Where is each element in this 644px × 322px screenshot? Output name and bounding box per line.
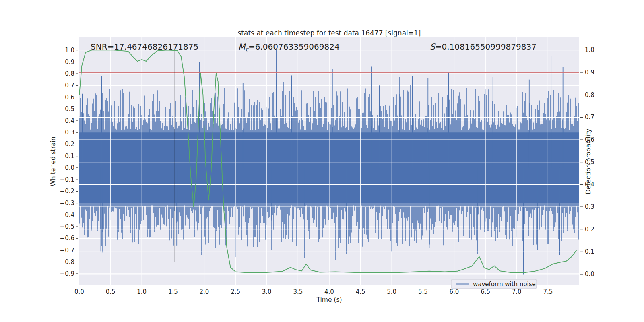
annotation-significance: S=0.10816550999879837 — [430, 42, 537, 52]
annotations: SNR=17.46746826171875Mc=6.06076335906982… — [91, 42, 537, 52]
annotation-label: M — [238, 42, 246, 52]
y-tick-label-left: 0.6 — [65, 94, 74, 101]
y-tick-label-right: 0.7 — [585, 114, 594, 121]
y-tick-label-left: 0.7 — [65, 82, 74, 89]
x-tick-label: 4.5 — [356, 288, 365, 295]
y-tick-label-left: 0.1 — [65, 153, 74, 160]
x-tick-label: 5.5 — [418, 288, 428, 295]
x-tick-label: 1.5 — [168, 288, 178, 295]
x-axis-label: Time (s) — [316, 296, 342, 303]
y-tick-label-left: 0.9 — [65, 58, 74, 66]
x-tick-label: 4.0 — [324, 288, 334, 295]
y-tick-label-right: 1.0 — [585, 46, 594, 54]
y-tick-label-left: 0.4 — [65, 117, 74, 124]
y-tick-label-left: 0.3 — [65, 129, 74, 136]
x-tick-label: 0.5 — [106, 288, 116, 295]
x-tick-label: 7.0 — [512, 288, 522, 295]
y-tick-label-right: 0.2 — [585, 226, 594, 233]
y-tick-label-left: −0.8 — [60, 258, 74, 266]
x-tick-label: 2.5 — [231, 288, 240, 295]
y-tick-label-right: 0.1 — [585, 248, 594, 255]
annotation-value: =17.46746826171875 — [107, 42, 199, 52]
annotation-value: =0.10816550999879837 — [435, 42, 537, 52]
y-tick-label-right: 0.3 — [585, 203, 594, 211]
annotation-snr: SNR=17.46746826171875 — [91, 42, 198, 52]
y-axis-label-right: Detection probability — [585, 129, 592, 194]
annotation-label: SNR — [91, 42, 107, 52]
x-tick-label: 3.5 — [293, 288, 303, 295]
x-tick-label: 3.0 — [262, 288, 272, 295]
y-tick-label-right: 0.8 — [585, 91, 594, 99]
y-tick-label-left: −0.4 — [60, 211, 74, 219]
y-tick-label-left: −0.2 — [60, 188, 74, 195]
x-tick-label: 7.5 — [543, 288, 553, 295]
y-tick-label-left: −0.7 — [60, 247, 74, 254]
legend-label: waveform with noise — [473, 281, 536, 288]
y-tick-label-left: 0.0 — [65, 164, 74, 171]
y-axis-label-left: Whitened strain — [50, 136, 57, 186]
x-tick-label: 6.5 — [481, 288, 490, 295]
y-tick-label-left: 0.2 — [65, 140, 74, 148]
x-tick-label: 6.0 — [450, 288, 459, 295]
figure: 1.00.90.80.70.60.50.40.30.20.10.0−0.1−0.… — [0, 0, 644, 322]
annotation-chirp-mass: Mc=6.060763359069824 — [238, 42, 340, 52]
legend: waveform with noise — [451, 279, 537, 289]
x-tick-label: 1.0 — [137, 288, 147, 295]
y-tick-label-left: −0.6 — [60, 235, 74, 242]
y-tick-label-left: 1.0 — [65, 47, 74, 54]
y-tick-label-right: 0.9 — [585, 69, 594, 76]
y-tick-label-left: −0.3 — [60, 200, 74, 207]
y-tick-label-left: 0.8 — [65, 70, 74, 77]
x-tick-label: 2.0 — [200, 288, 209, 295]
y-tick-label-left: 0.5 — [65, 105, 74, 113]
chart-title: stats at each timestep for test data 164… — [238, 29, 421, 37]
y-tick-label-left: −0.1 — [60, 176, 74, 183]
chart: 1.00.90.80.70.60.50.40.30.20.10.0−0.1−0.… — [0, 0, 644, 322]
y-tick-label-right: 0.0 — [585, 270, 594, 278]
y-tick-label-left: −0.5 — [60, 223, 74, 230]
x-tick-label: 0.0 — [74, 288, 84, 295]
y-tick-label-left: −0.9 — [60, 270, 74, 277]
annotation-value: =6.060763359069824 — [248, 42, 340, 52]
x-tick-label: 5.0 — [387, 288, 396, 295]
